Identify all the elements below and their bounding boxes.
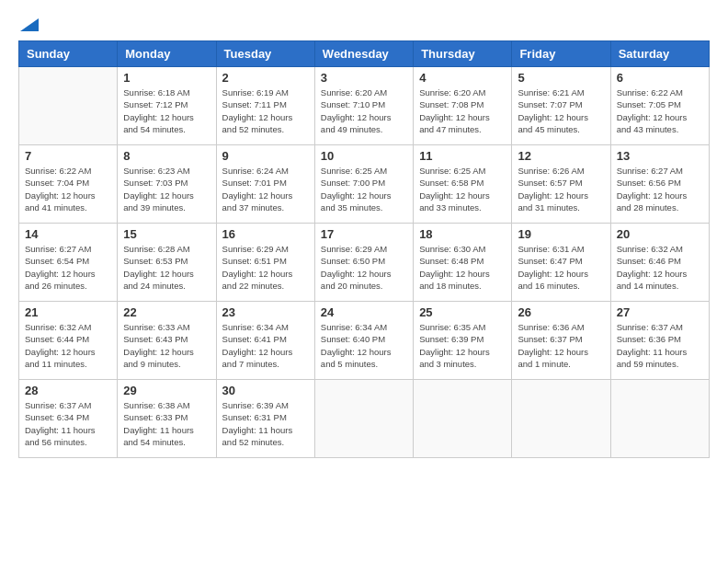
calendar-cell: 22Sunrise: 6:33 AM Sunset: 6:43 PM Dayli… (118, 302, 216, 380)
calendar-cell: 25Sunrise: 6:35 AM Sunset: 6:39 PM Dayli… (414, 302, 512, 380)
day-info: Sunrise: 6:36 AM Sunset: 6:37 PM Dayligh… (518, 321, 604, 370)
calendar-cell: 13Sunrise: 6:27 AM Sunset: 6:56 PM Dayli… (610, 145, 709, 224)
day-number: 7 (25, 149, 111, 163)
page-header (18, 18, 710, 31)
calendar-cell: 5Sunrise: 6:21 AM Sunset: 7:07 PM Daylig… (512, 67, 610, 145)
day-number: 28 (25, 384, 111, 397)
day-number: 13 (617, 149, 703, 163)
calendar-cell: 29Sunrise: 6:38 AM Sunset: 6:33 PM Dayli… (118, 380, 216, 458)
day-number: 23 (222, 305, 309, 319)
day-number: 14 (25, 227, 111, 241)
day-number: 4 (419, 71, 506, 85)
day-info: Sunrise: 6:30 AM Sunset: 6:48 PM Dayligh… (419, 243, 506, 292)
day-info: Sunrise: 6:20 AM Sunset: 7:10 PM Dayligh… (321, 86, 407, 135)
day-info: Sunrise: 6:22 AM Sunset: 7:04 PM Dayligh… (25, 165, 111, 213)
calendar-cell (610, 380, 709, 458)
day-info: Sunrise: 6:35 AM Sunset: 6:39 PM Dayligh… (419, 321, 506, 370)
calendar-cell (414, 380, 512, 458)
calendar-cell: 17Sunrise: 6:29 AM Sunset: 6:50 PM Dayli… (314, 224, 413, 302)
day-number: 17 (321, 227, 407, 241)
header-thursday: Thursday (414, 41, 512, 67)
day-info: Sunrise: 6:26 AM Sunset: 6:57 PM Dayligh… (518, 165, 604, 213)
calendar-header-row: SundayMondayTuesdayWednesdayThursdayFrid… (19, 41, 710, 67)
day-number: 5 (518, 71, 604, 85)
day-number: 8 (123, 149, 210, 163)
calendar-cell: 10Sunrise: 6:25 AM Sunset: 7:00 PM Dayli… (314, 145, 413, 224)
day-number: 1 (123, 71, 210, 85)
day-info: Sunrise: 6:21 AM Sunset: 7:07 PM Dayligh… (518, 86, 604, 135)
header-wednesday: Wednesday (314, 41, 413, 67)
calendar-cell: 9Sunrise: 6:24 AM Sunset: 7:01 PM Daylig… (216, 145, 314, 224)
day-info: Sunrise: 6:23 AM Sunset: 7:03 PM Dayligh… (123, 165, 210, 213)
day-info: Sunrise: 6:18 AM Sunset: 7:12 PM Dayligh… (123, 86, 210, 135)
calendar-cell: 11Sunrise: 6:25 AM Sunset: 6:58 PM Dayli… (414, 145, 512, 224)
day-number: 10 (321, 149, 407, 163)
day-number: 11 (419, 149, 506, 163)
calendar-cell: 30Sunrise: 6:39 AM Sunset: 6:31 PM Dayli… (216, 380, 314, 458)
day-info: Sunrise: 6:34 AM Sunset: 6:40 PM Dayligh… (321, 321, 407, 370)
day-info: Sunrise: 6:24 AM Sunset: 7:01 PM Dayligh… (222, 165, 309, 213)
calendar-cell (512, 380, 610, 458)
calendar-cell: 4Sunrise: 6:20 AM Sunset: 7:08 PM Daylig… (414, 67, 512, 145)
day-info: Sunrise: 6:32 AM Sunset: 6:44 PM Dayligh… (25, 321, 111, 370)
calendar-cell (314, 380, 413, 458)
calendar-week-1: 1Sunrise: 6:18 AM Sunset: 7:12 PM Daylig… (19, 67, 710, 145)
day-info: Sunrise: 6:38 AM Sunset: 6:33 PM Dayligh… (123, 399, 210, 448)
calendar-week-4: 21Sunrise: 6:32 AM Sunset: 6:44 PM Dayli… (19, 302, 710, 380)
day-info: Sunrise: 6:27 AM Sunset: 6:56 PM Dayligh… (617, 165, 703, 213)
day-info: Sunrise: 6:28 AM Sunset: 6:53 PM Dayligh… (123, 243, 210, 292)
day-number: 26 (518, 305, 604, 319)
calendar-table: SundayMondayTuesdayWednesdayThursdayFrid… (18, 40, 710, 458)
day-info: Sunrise: 6:29 AM Sunset: 6:50 PM Dayligh… (321, 243, 407, 292)
day-number: 6 (617, 71, 703, 85)
day-info: Sunrise: 6:20 AM Sunset: 7:08 PM Dayligh… (419, 86, 506, 135)
calendar-cell: 21Sunrise: 6:32 AM Sunset: 6:44 PM Dayli… (19, 302, 118, 380)
calendar-cell: 16Sunrise: 6:29 AM Sunset: 6:51 PM Dayli… (216, 224, 314, 302)
calendar-cell: 1Sunrise: 6:18 AM Sunset: 7:12 PM Daylig… (118, 67, 216, 145)
day-info: Sunrise: 6:29 AM Sunset: 6:51 PM Dayligh… (222, 243, 309, 292)
calendar-week-3: 14Sunrise: 6:27 AM Sunset: 6:54 PM Dayli… (19, 224, 710, 302)
day-number: 30 (222, 384, 309, 397)
header-friday: Friday (512, 41, 610, 67)
day-number: 18 (419, 227, 506, 241)
calendar-cell: 19Sunrise: 6:31 AM Sunset: 6:47 PM Dayli… (512, 224, 610, 302)
day-number: 15 (123, 227, 210, 241)
day-info: Sunrise: 6:25 AM Sunset: 7:00 PM Dayligh… (321, 165, 407, 213)
day-number: 2 (222, 71, 309, 85)
calendar-cell: 14Sunrise: 6:27 AM Sunset: 6:54 PM Dayli… (19, 224, 118, 302)
calendar-cell: 6Sunrise: 6:22 AM Sunset: 7:05 PM Daylig… (610, 67, 709, 145)
day-number: 16 (222, 227, 309, 241)
day-number: 12 (518, 149, 604, 163)
day-number: 25 (419, 305, 506, 319)
day-info: Sunrise: 6:22 AM Sunset: 7:05 PM Dayligh… (617, 86, 703, 135)
day-info: Sunrise: 6:37 AM Sunset: 6:34 PM Dayligh… (25, 399, 111, 448)
calendar-week-5: 28Sunrise: 6:37 AM Sunset: 6:34 PM Dayli… (19, 380, 710, 458)
calendar-cell (19, 67, 118, 145)
header-monday: Monday (118, 41, 216, 67)
calendar-cell: 7Sunrise: 6:22 AM Sunset: 7:04 PM Daylig… (19, 145, 118, 224)
calendar-cell: 2Sunrise: 6:19 AM Sunset: 7:11 PM Daylig… (216, 67, 314, 145)
logo-icon (20, 18, 39, 31)
day-number: 21 (25, 305, 111, 319)
svg-marker-0 (20, 18, 39, 31)
calendar-cell: 3Sunrise: 6:20 AM Sunset: 7:10 PM Daylig… (314, 67, 413, 145)
calendar-cell: 15Sunrise: 6:28 AM Sunset: 6:53 PM Dayli… (118, 224, 216, 302)
day-info: Sunrise: 6:31 AM Sunset: 6:47 PM Dayligh… (518, 243, 604, 292)
day-number: 20 (617, 227, 703, 241)
calendar-cell: 12Sunrise: 6:26 AM Sunset: 6:57 PM Dayli… (512, 145, 610, 224)
day-number: 24 (321, 305, 407, 319)
calendar-cell: 18Sunrise: 6:30 AM Sunset: 6:48 PM Dayli… (414, 224, 512, 302)
header-saturday: Saturday (610, 41, 709, 67)
day-info: Sunrise: 6:33 AM Sunset: 6:43 PM Dayligh… (123, 321, 210, 370)
header-tuesday: Tuesday (216, 41, 314, 67)
day-info: Sunrise: 6:34 AM Sunset: 6:41 PM Dayligh… (222, 321, 309, 370)
calendar-cell: 26Sunrise: 6:36 AM Sunset: 6:37 PM Dayli… (512, 302, 610, 380)
calendar-week-2: 7Sunrise: 6:22 AM Sunset: 7:04 PM Daylig… (19, 145, 710, 224)
header-sunday: Sunday (19, 41, 118, 67)
calendar-cell: 20Sunrise: 6:32 AM Sunset: 6:46 PM Dayli… (610, 224, 709, 302)
calendar-cell: 23Sunrise: 6:34 AM Sunset: 6:41 PM Dayli… (216, 302, 314, 380)
day-number: 3 (321, 71, 407, 85)
calendar-cell: 24Sunrise: 6:34 AM Sunset: 6:40 PM Dayli… (314, 302, 413, 380)
day-info: Sunrise: 6:19 AM Sunset: 7:11 PM Dayligh… (222, 86, 309, 135)
calendar-cell: 28Sunrise: 6:37 AM Sunset: 6:34 PM Dayli… (19, 380, 118, 458)
